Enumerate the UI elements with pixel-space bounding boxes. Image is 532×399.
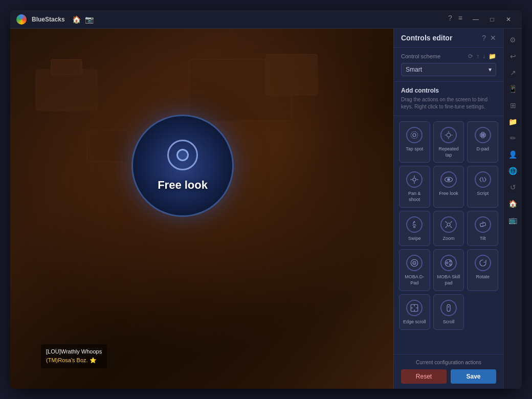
repeated-tap-icon <box>440 127 457 143</box>
tilt-label: Tilt <box>480 236 486 242</box>
sidebar-icon-grid[interactable]: ⊞ <box>506 98 520 113</box>
scheme-select[interactable]: Smart ▾ <box>401 63 496 76</box>
sidebar-icon-back[interactable]: ↩ <box>506 49 520 63</box>
scheme-value: Smart <box>406 66 422 73</box>
svg-rect-1 <box>36 70 97 110</box>
maximize-button[interactable]: □ <box>485 14 499 25</box>
svg-point-23 <box>446 262 448 264</box>
control-script[interactable]: Script <box>467 166 498 207</box>
sidebar-icon-share[interactable]: ↗ <box>506 65 520 80</box>
control-moba-skill[interactable]: MOBA Skill pad <box>433 249 464 291</box>
svg-point-24 <box>450 261 451 262</box>
control-zoom[interactable]: Zoom <box>433 211 464 247</box>
control-tap-spot[interactable]: Tap spot <box>399 121 430 163</box>
window-controls: ? ≡ — □ ✕ <box>448 14 516 25</box>
panel-title: Controls editor <box>401 34 452 42</box>
svg-text:5: 5 <box>414 262 415 265</box>
sidebar-icon-edit[interactable]: ✏ <box>506 131 520 145</box>
svg-rect-4 <box>266 54 317 95</box>
svg-point-16 <box>447 223 450 226</box>
script-icon <box>475 171 491 188</box>
scheme-icon-4[interactable]: 📁 <box>489 53 496 60</box>
svg-point-25 <box>450 264 451 265</box>
scroll-icon <box>440 300 457 316</box>
svg-rect-2 <box>51 59 82 75</box>
control-repeated-tap[interactable]: Repeated tap <box>433 121 464 163</box>
control-free-look[interactable]: Free look <box>433 166 464 207</box>
sidebar-icon-globe[interactable]: 🌐 <box>506 164 520 178</box>
control-tilt[interactable]: Tilt <box>467 211 498 247</box>
sidebar-icon-tv[interactable]: 📺 <box>506 213 520 227</box>
control-edge-scroll[interactable]: Edge scroll <box>399 294 430 330</box>
moba-dpad-icon: 5 <box>406 255 423 271</box>
free-look-label: Free look <box>158 179 208 192</box>
control-scroll[interactable]: Scroll <box>433 294 464 330</box>
svg-rect-5 <box>87 131 128 162</box>
minimize-button[interactable]: — <box>469 14 483 25</box>
media-icon[interactable]: 📷 <box>85 15 94 24</box>
app-name: BlueStacks <box>32 16 65 23</box>
scheme-icon-2[interactable]: ↑ <box>476 53 479 60</box>
control-swipe[interactable]: Swipe <box>399 211 430 247</box>
sidebar-icon-phone[interactable]: 📱 <box>506 82 520 96</box>
controls-grid: Tap spot Repeated tap <box>394 116 503 354</box>
right-sidebar: ⚙ ↩ ↗ 📱 ⊞ 📁 ✏ 👤 🌐 ↺ 🏠 📺 <box>503 29 522 389</box>
rotate-icon <box>475 255 491 271</box>
svg-rect-31 <box>447 304 450 312</box>
control-scheme-label: Control scheme ⟳ ↑ ↓ 📁 <box>401 53 496 60</box>
scheme-dropdown-icon: ▾ <box>489 66 492 73</box>
dpad-label: D-pad <box>476 146 489 152</box>
controls-row-1: Tap spot Repeated tap <box>399 121 498 163</box>
control-scheme-section: Control scheme ⟳ ↑ ↓ 📁 Smart ▾ <box>394 48 503 82</box>
svg-point-7 <box>411 131 418 139</box>
sidebar-icon-home[interactable]: 🏠 <box>506 196 520 211</box>
close-button[interactable]: ✕ <box>501 14 516 25</box>
sidebar-icon-user[interactable]: 👤 <box>506 147 520 162</box>
app-logo <box>16 14 27 25</box>
free-look-ctrl-icon <box>440 171 457 188</box>
home-icon[interactable]: 🏠 <box>72 15 81 24</box>
scheme-icon-1[interactable]: ⟳ <box>468 53 473 60</box>
add-controls-title: Add controls <box>401 87 496 94</box>
controls-row-5: Edge scroll Scroll <box>399 294 498 330</box>
free-look-popup: Free look <box>131 115 234 217</box>
sidebar-icon-settings[interactable]: ⚙ <box>506 33 520 47</box>
free-look-ctrl-label: Free look <box>439 191 458 197</box>
svg-point-15 <box>414 226 415 228</box>
svg-line-14 <box>482 178 483 182</box>
free-look-eye-icon <box>167 140 198 170</box>
menu-icon[interactable]: ≡ <box>458 14 462 25</box>
swipe-label: Swipe <box>408 236 421 242</box>
save-button[interactable]: Save <box>451 369 496 384</box>
sidebar-icon-rotate[interactable]: ↺ <box>506 180 520 194</box>
edge-scroll-label: Edge scroll <box>403 319 426 325</box>
chat-line-1: [LOU]Wrathly Whoops <box>46 347 102 357</box>
reset-button[interactable]: Reset <box>401 369 447 384</box>
help-icon[interactable]: ? <box>448 14 452 25</box>
app-window: BlueStacks 🏠 📷 ? ≡ — □ ✕ <box>10 10 522 389</box>
script-label: Script <box>477 191 489 197</box>
control-pan-shoot[interactable]: Pan & shoot <box>399 166 430 207</box>
main-area: Free look [LOU]Wrathly Whoops (TM)Rosa's… <box>10 29 522 389</box>
zoom-icon <box>440 216 457 233</box>
dpad-icon <box>475 127 491 143</box>
moba-skill-label: MOBA Skill pad <box>437 274 461 286</box>
scheme-icon-3[interactable]: ↓ <box>482 53 485 60</box>
panel-header: Controls editor ? ✕ <box>394 29 503 48</box>
tap-spot-icon <box>406 127 423 143</box>
sidebar-icon-folder[interactable]: 📁 <box>506 115 520 129</box>
pan-shoot-label: Pan & shoot <box>403 191 427 203</box>
svg-point-8 <box>447 133 451 137</box>
control-moba-dpad[interactable]: 5 MOBA D-Pad <box>399 249 430 291</box>
svg-point-6 <box>413 134 416 137</box>
control-rotate[interactable]: Rotate <box>467 249 498 291</box>
controls-panel: Controls editor ? ✕ Control scheme ⟳ ↑ ↓… <box>393 29 503 389</box>
panel-help-icon[interactable]: ? <box>482 34 486 42</box>
control-dpad[interactable]: D-pad <box>467 121 498 163</box>
panel-close-icon[interactable]: ✕ <box>490 34 496 42</box>
footer-buttons: Reset Save <box>401 369 496 384</box>
swipe-icon <box>406 216 423 233</box>
moba-skill-icon <box>440 255 457 271</box>
tap-spot-label: Tap spot <box>406 146 423 152</box>
controls-row-2: Pan & shoot Free look <box>399 166 498 207</box>
